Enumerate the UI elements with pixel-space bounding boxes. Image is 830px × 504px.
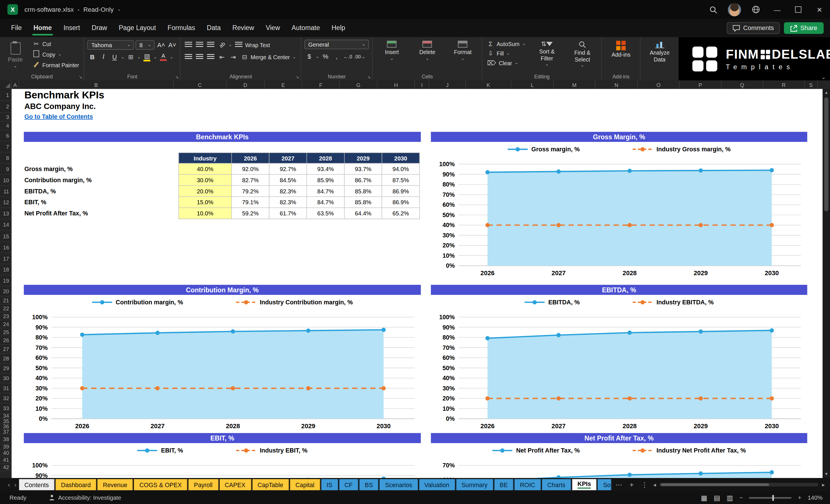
orientation-button[interactable]: ab [217,40,227,50]
kpi-industry-cell[interactable]: 30.0% [179,175,232,186]
row-header-3[interactable]: 3 [0,113,11,122]
column-header-b[interactable]: B [19,81,173,89]
scroll-right-icon[interactable]: ► [821,482,826,487]
kpi-value-cell[interactable]: 65.2% [382,208,420,219]
zoom-level[interactable]: 140% [808,495,823,501]
kpi-industry-cell[interactable]: 20.0% [179,186,232,197]
menu-formulas[interactable]: Formulas [162,19,201,37]
row-header-11[interactable]: 11 [0,186,11,197]
kpi-industry-cell[interactable]: 15.0% [179,197,232,208]
kpi-col-header-industry[interactable]: Industry [179,153,232,164]
sheet-tab-dashboard[interactable]: Dashboard [56,479,97,490]
menu-help[interactable]: Help [326,19,351,37]
row-header-30[interactable]: 30 [0,373,11,383]
row-header-10[interactable]: 10 [0,175,11,186]
kpi-col-header-2030[interactable]: 2030 [382,153,420,164]
sheet-tab-scenarios[interactable]: Scenarios [380,479,418,490]
align-left-button[interactable] [184,52,193,62]
scroll-left-icon[interactable]: ◄ [652,482,657,487]
horizontal-scrollbar[interactable]: ◄ ► [652,482,826,487]
column-header-p[interactable]: P [679,81,721,89]
row-header-9[interactable]: 9 [0,164,11,175]
kpi-value-cell[interactable]: 93.7% [345,164,382,175]
row-header-23[interactable]: 23 [0,312,11,320]
chevron-down-icon[interactable]: ⌄ [117,7,121,12]
kpi-col-header-2026[interactable]: 2026 [232,153,269,164]
menu-home[interactable]: Home [28,19,58,37]
sheet-tab-valuation[interactable]: Valuation [419,479,455,490]
kpi-row-label[interactable]: EBIT, % [24,196,92,208]
minimize-button[interactable]: — [767,0,788,19]
row-header-40[interactable]: 40 [0,450,11,456]
page-layout-view-icon[interactable]: ▤ [714,494,721,502]
kpi-value-cell[interactable]: 84.7% [307,197,344,208]
zoom-in-icon[interactable]: + [798,495,801,501]
column-header-r[interactable]: R [763,81,804,89]
sheet-tab-revenue[interactable]: Revenue [98,479,133,490]
row-header-14[interactable]: 14 [0,219,11,231]
menu-insert[interactable]: Insert [58,19,86,37]
menu-page-layout[interactable]: Page Layout [113,19,162,37]
row-header-20[interactable]: 20 [0,286,11,296]
sheet-tab-cf[interactable]: CF [339,479,358,490]
kpi-row-label[interactable]: Contribution margin, % [24,174,92,185]
menu-data[interactable]: Data [201,19,227,37]
close-button[interactable]: ✕ [809,0,830,19]
kpi-value-cell[interactable]: 86.7% [345,175,382,186]
merge-center-button[interactable]: ⊟Merge & Center⌄ [240,53,297,61]
font-size-select[interactable]: 8⌄ [136,40,155,50]
sheet-tab-so[interactable]: So [598,479,611,490]
kpi-row-label[interactable]: Gross margin, % [24,163,92,174]
font-family-select[interactable]: Tahoma⌄ [88,40,134,50]
row-header-37[interactable]: 37 [0,429,11,435]
column-header-a[interactable]: A [12,81,19,89]
chart-ebitda[interactable]: EBITDA, %Industry EBITDA, %100%90%80%70%… [431,296,807,433]
insert-cells-button[interactable]: Insert⌄ [376,40,408,62]
search-icon[interactable] [702,0,724,19]
menu-draw[interactable]: Draw [86,19,113,37]
sheet-tab-captable[interactable]: CapTable [252,479,289,490]
prev-sheet-icon[interactable]: ‹ [6,481,12,488]
number-dialog-launcher-icon[interactable]: ↘ [367,75,371,80]
maximize-button[interactable] [788,0,809,19]
scroll-up-icon[interactable]: ▲ [824,89,829,96]
table-of-contents-link[interactable]: Go to Table of Contents [24,113,93,120]
globe-icon[interactable] [745,0,767,19]
kpi-col-header-2027[interactable]: 2027 [269,153,307,164]
row-header-42[interactable]: 42 [0,464,11,471]
kpi-col-header-2029[interactable]: 2029 [345,153,382,164]
percent-style-button[interactable]: % [321,52,330,62]
row-header-28[interactable]: 28 [0,353,11,364]
share-button[interactable]: Share [784,22,824,34]
kpi-value-cell[interactable]: 61.7% [269,208,307,219]
new-sheet-button[interactable]: + [626,480,637,489]
column-header-g[interactable]: G [340,81,377,89]
row-header-1[interactable]: 1 [0,89,11,101]
sheet-tab-capital[interactable]: Capital [290,479,320,490]
page-break-view-icon[interactable]: ▥ [727,494,733,502]
menu-review[interactable]: Review [226,19,260,37]
wrap-text-button[interactable]: Wrap Text [233,41,272,49]
select-all-corner[interactable] [0,81,12,89]
comments-button[interactable]: Comments [727,22,780,34]
row-header-27[interactable]: 27 [0,345,11,353]
column-header-h[interactable]: H [378,81,415,89]
zoom-slider[interactable] [749,497,792,499]
sheet-tab-payroll[interactable]: Payroll [189,479,219,490]
horizontal-scroll-thumb[interactable] [661,483,769,486]
row-header-12[interactable]: 12 [0,197,11,208]
column-header-q[interactable]: Q [722,81,763,89]
sheet-tab-roic[interactable]: ROIC [514,479,541,490]
delete-cells-button[interactable]: Delete⌄ [412,40,443,62]
kpi-value-cell[interactable]: 82.3% [269,197,307,208]
chart-gross-margin[interactable]: Gross margin, %Industry Gross margin, %1… [431,143,807,280]
kpi-value-cell[interactable]: 59.2% [232,208,269,219]
sheet-tab-contents[interactable]: Contents [19,479,55,490]
kpi-col-header-2028[interactable]: 2028 [307,153,344,164]
next-sheet-icon[interactable]: › [13,481,18,488]
column-header-n[interactable]: N [596,81,638,89]
kpi-value-cell[interactable]: 92.7% [269,164,307,175]
column-header-o[interactable]: O [638,81,679,89]
row-header-26[interactable]: 26 [0,336,11,345]
sheet-canvas[interactable]: Benchmark KPIs ABC Company Inc. Go to Ta… [12,89,823,478]
